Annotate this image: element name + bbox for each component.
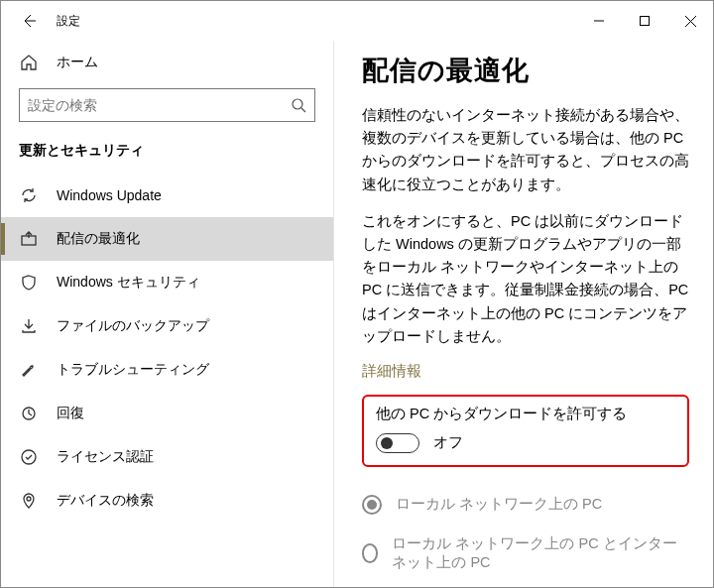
close-button[interactable] <box>667 5 713 37</box>
maximize-button[interactable] <box>622 5 667 37</box>
titlebar: 設定 <box>1 1 713 41</box>
sidebar-item-label: 配信の最適化 <box>57 230 140 248</box>
sidebar-item-delivery-optimization[interactable]: 配信の最適化 <box>1 217 333 261</box>
category-header: 更新とセキュリティ <box>1 134 333 174</box>
back-button[interactable] <box>17 9 41 33</box>
window-title: 設定 <box>57 13 80 30</box>
sidebar-item-windows-update[interactable]: Windows Update <box>1 174 333 217</box>
allow-downloads-toggle[interactable] <box>376 433 419 453</box>
learn-more-link[interactable]: 詳細情報 <box>362 362 421 381</box>
svg-point-8 <box>22 450 36 464</box>
svg-point-9 <box>27 497 31 501</box>
search-field[interactable] <box>28 97 291 113</box>
sidebar-item-find-my-device[interactable]: デバイスの検索 <box>1 479 333 523</box>
sync-icon <box>19 185 39 205</box>
toggle-state: オフ <box>433 433 463 452</box>
home-icon <box>19 53 39 72</box>
sidebar-item-windows-security[interactable]: Windows セキュリティ <box>1 261 333 304</box>
page-title: 配信の最適化 <box>362 53 689 88</box>
shield-icon <box>19 273 39 293</box>
radio-icon <box>362 543 378 563</box>
main-pane: 配信の最適化 信頼性のないインターネット接続がある場合や、複数のデバイスを更新し… <box>333 41 713 587</box>
sidebar-item-backup[interactable]: ファイルのバックアップ <box>1 304 333 348</box>
search-icon <box>291 97 306 113</box>
sidebar-item-troubleshoot[interactable]: トラブルシューティング <box>1 348 333 392</box>
minimize-button[interactable] <box>576 5 622 37</box>
svg-point-4 <box>293 99 302 109</box>
sidebar-item-label: トラブルシューティング <box>57 361 209 379</box>
allow-downloads-section: 他の PC からダウンロードを許可する オフ <box>362 395 689 467</box>
delivery-icon <box>19 229 39 249</box>
sidebar: ホーム 更新とセキュリティ Windows Update 配信の最適化 <box>1 41 333 587</box>
radio-local-network[interactable]: ローカル ネットワーク上の PC <box>362 485 689 525</box>
sidebar-item-label: Windows Update <box>57 187 162 203</box>
location-icon <box>19 491 39 511</box>
radio-local-and-internet[interactable]: ローカル ネットワーク上の PC とインターネット上の PC <box>362 525 689 582</box>
home-label: ホーム <box>57 54 98 71</box>
sidebar-item-label: Windows セキュリティ <box>57 274 200 292</box>
home-nav[interactable]: ホーム <box>1 45 333 80</box>
radio-icon <box>362 495 382 515</box>
search-input[interactable] <box>19 88 315 122</box>
description-2: これをオンにすると、PC は以前にダウンロードした Windows の更新プログ… <box>362 210 689 348</box>
sidebar-item-activation[interactable]: ライセンス認証 <box>1 435 333 479</box>
activation-icon <box>19 447 39 467</box>
toggle-knob <box>381 437 393 449</box>
sidebar-item-recovery[interactable]: 回復 <box>1 392 333 435</box>
radio-label: ローカル ネットワーク上の PC <box>396 495 602 514</box>
recovery-icon <box>19 404 39 423</box>
sidebar-item-label: ライセンス認証 <box>57 448 154 466</box>
description-1: 信頼性のないインターネット接続がある場合や、複数のデバイスを更新している場合は、… <box>362 104 689 196</box>
wrench-icon <box>19 360 39 380</box>
backup-icon <box>19 316 39 336</box>
sidebar-item-label: デバイスの検索 <box>57 492 154 510</box>
sidebar-item-label: 回復 <box>57 405 84 422</box>
toggle-label: 他の PC からダウンロードを許可する <box>376 405 675 423</box>
svg-line-5 <box>301 108 305 112</box>
radio-label: ローカル ネットワーク上の PC とインターネット上の PC <box>392 534 689 572</box>
sidebar-item-label: ファイルのバックアップ <box>57 317 209 335</box>
svg-rect-1 <box>641 17 650 26</box>
